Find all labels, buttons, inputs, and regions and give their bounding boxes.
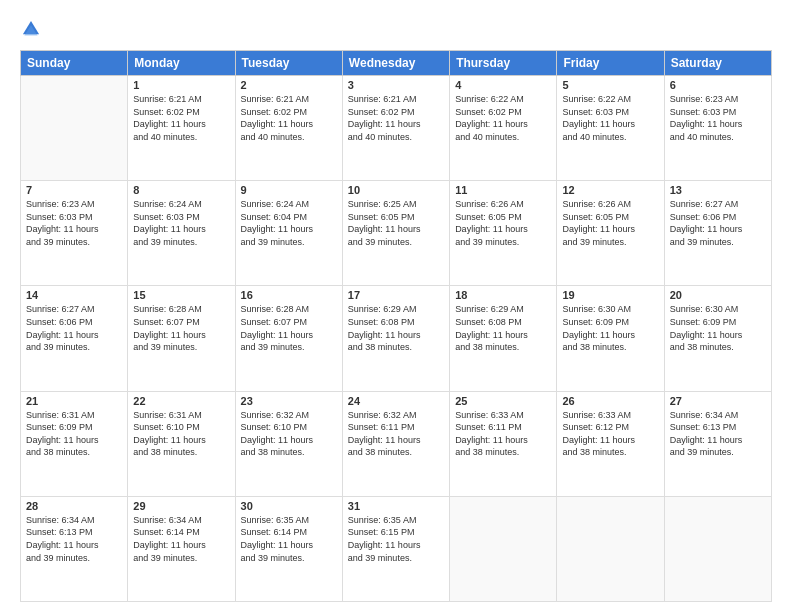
calendar-table: SundayMondayTuesdayWednesdayThursdayFrid… <box>20 50 772 602</box>
day-info: Sunrise: 6:29 AM Sunset: 6:08 PM Dayligh… <box>455 303 551 353</box>
day-info: Sunrise: 6:28 AM Sunset: 6:07 PM Dayligh… <box>133 303 229 353</box>
week-row-4: 21Sunrise: 6:31 AM Sunset: 6:09 PM Dayli… <box>21 391 772 496</box>
calendar-header-row: SundayMondayTuesdayWednesdayThursdayFrid… <box>21 51 772 76</box>
calendar-cell: 5Sunrise: 6:22 AM Sunset: 6:03 PM Daylig… <box>557 76 664 181</box>
calendar-cell: 10Sunrise: 6:25 AM Sunset: 6:05 PM Dayli… <box>342 181 449 286</box>
calendar-cell: 16Sunrise: 6:28 AM Sunset: 6:07 PM Dayli… <box>235 286 342 391</box>
calendar-cell: 14Sunrise: 6:27 AM Sunset: 6:06 PM Dayli… <box>21 286 128 391</box>
day-info: Sunrise: 6:27 AM Sunset: 6:06 PM Dayligh… <box>26 303 122 353</box>
day-info: Sunrise: 6:26 AM Sunset: 6:05 PM Dayligh… <box>562 198 658 248</box>
day-info: Sunrise: 6:34 AM Sunset: 6:13 PM Dayligh… <box>26 514 122 564</box>
day-info: Sunrise: 6:26 AM Sunset: 6:05 PM Dayligh… <box>455 198 551 248</box>
day-info: Sunrise: 6:21 AM Sunset: 6:02 PM Dayligh… <box>133 93 229 143</box>
day-number: 1 <box>133 79 229 91</box>
day-info: Sunrise: 6:22 AM Sunset: 6:03 PM Dayligh… <box>562 93 658 143</box>
day-info: Sunrise: 6:31 AM Sunset: 6:10 PM Dayligh… <box>133 409 229 459</box>
day-number: 19 <box>562 289 658 301</box>
day-info: Sunrise: 6:34 AM Sunset: 6:14 PM Dayligh… <box>133 514 229 564</box>
calendar-cell: 23Sunrise: 6:32 AM Sunset: 6:10 PM Dayli… <box>235 391 342 496</box>
day-info: Sunrise: 6:21 AM Sunset: 6:02 PM Dayligh… <box>241 93 337 143</box>
calendar-cell: 17Sunrise: 6:29 AM Sunset: 6:08 PM Dayli… <box>342 286 449 391</box>
calendar-cell <box>664 496 771 601</box>
calendar-cell: 18Sunrise: 6:29 AM Sunset: 6:08 PM Dayli… <box>450 286 557 391</box>
calendar-cell: 3Sunrise: 6:21 AM Sunset: 6:02 PM Daylig… <box>342 76 449 181</box>
calendar-cell: 15Sunrise: 6:28 AM Sunset: 6:07 PM Dayli… <box>128 286 235 391</box>
calendar-cell: 22Sunrise: 6:31 AM Sunset: 6:10 PM Dayli… <box>128 391 235 496</box>
header-saturday: Saturday <box>664 51 771 76</box>
calendar-cell: 13Sunrise: 6:27 AM Sunset: 6:06 PM Dayli… <box>664 181 771 286</box>
day-number: 6 <box>670 79 766 91</box>
calendar-cell: 6Sunrise: 6:23 AM Sunset: 6:03 PM Daylig… <box>664 76 771 181</box>
calendar-cell: 31Sunrise: 6:35 AM Sunset: 6:15 PM Dayli… <box>342 496 449 601</box>
day-info: Sunrise: 6:30 AM Sunset: 6:09 PM Dayligh… <box>562 303 658 353</box>
day-number: 14 <box>26 289 122 301</box>
calendar-cell: 21Sunrise: 6:31 AM Sunset: 6:09 PM Dayli… <box>21 391 128 496</box>
calendar-cell: 24Sunrise: 6:32 AM Sunset: 6:11 PM Dayli… <box>342 391 449 496</box>
calendar-cell: 26Sunrise: 6:33 AM Sunset: 6:12 PM Dayli… <box>557 391 664 496</box>
day-number: 21 <box>26 395 122 407</box>
day-info: Sunrise: 6:30 AM Sunset: 6:09 PM Dayligh… <box>670 303 766 353</box>
day-info: Sunrise: 6:35 AM Sunset: 6:14 PM Dayligh… <box>241 514 337 564</box>
header <box>20 18 772 40</box>
day-info: Sunrise: 6:29 AM Sunset: 6:08 PM Dayligh… <box>348 303 444 353</box>
day-info: Sunrise: 6:22 AM Sunset: 6:02 PM Dayligh… <box>455 93 551 143</box>
day-info: Sunrise: 6:28 AM Sunset: 6:07 PM Dayligh… <box>241 303 337 353</box>
day-info: Sunrise: 6:21 AM Sunset: 6:02 PM Dayligh… <box>348 93 444 143</box>
day-info: Sunrise: 6:25 AM Sunset: 6:05 PM Dayligh… <box>348 198 444 248</box>
day-number: 26 <box>562 395 658 407</box>
page: SundayMondayTuesdayWednesdayThursdayFrid… <box>0 0 792 612</box>
calendar-cell: 1Sunrise: 6:21 AM Sunset: 6:02 PM Daylig… <box>128 76 235 181</box>
day-number: 9 <box>241 184 337 196</box>
day-number: 30 <box>241 500 337 512</box>
day-info: Sunrise: 6:27 AM Sunset: 6:06 PM Dayligh… <box>670 198 766 248</box>
header-tuesday: Tuesday <box>235 51 342 76</box>
day-number: 31 <box>348 500 444 512</box>
day-info: Sunrise: 6:31 AM Sunset: 6:09 PM Dayligh… <box>26 409 122 459</box>
logo-icon <box>20 18 42 40</box>
calendar-cell: 11Sunrise: 6:26 AM Sunset: 6:05 PM Dayli… <box>450 181 557 286</box>
day-number: 12 <box>562 184 658 196</box>
day-number: 8 <box>133 184 229 196</box>
week-row-1: 1Sunrise: 6:21 AM Sunset: 6:02 PM Daylig… <box>21 76 772 181</box>
calendar-cell: 2Sunrise: 6:21 AM Sunset: 6:02 PM Daylig… <box>235 76 342 181</box>
calendar-cell: 25Sunrise: 6:33 AM Sunset: 6:11 PM Dayli… <box>450 391 557 496</box>
header-friday: Friday <box>557 51 664 76</box>
day-number: 3 <box>348 79 444 91</box>
day-number: 10 <box>348 184 444 196</box>
calendar-cell: 20Sunrise: 6:30 AM Sunset: 6:09 PM Dayli… <box>664 286 771 391</box>
day-info: Sunrise: 6:35 AM Sunset: 6:15 PM Dayligh… <box>348 514 444 564</box>
day-info: Sunrise: 6:32 AM Sunset: 6:11 PM Dayligh… <box>348 409 444 459</box>
day-number: 2 <box>241 79 337 91</box>
day-info: Sunrise: 6:32 AM Sunset: 6:10 PM Dayligh… <box>241 409 337 459</box>
day-info: Sunrise: 6:34 AM Sunset: 6:13 PM Dayligh… <box>670 409 766 459</box>
calendar-cell: 30Sunrise: 6:35 AM Sunset: 6:14 PM Dayli… <box>235 496 342 601</box>
day-number: 29 <box>133 500 229 512</box>
calendar-cell <box>21 76 128 181</box>
calendar-cell: 7Sunrise: 6:23 AM Sunset: 6:03 PM Daylig… <box>21 181 128 286</box>
day-number: 27 <box>670 395 766 407</box>
day-info: Sunrise: 6:23 AM Sunset: 6:03 PM Dayligh… <box>26 198 122 248</box>
calendar-cell: 12Sunrise: 6:26 AM Sunset: 6:05 PM Dayli… <box>557 181 664 286</box>
day-info: Sunrise: 6:24 AM Sunset: 6:03 PM Dayligh… <box>133 198 229 248</box>
day-info: Sunrise: 6:23 AM Sunset: 6:03 PM Dayligh… <box>670 93 766 143</box>
day-info: Sunrise: 6:24 AM Sunset: 6:04 PM Dayligh… <box>241 198 337 248</box>
calendar-cell: 19Sunrise: 6:30 AM Sunset: 6:09 PM Dayli… <box>557 286 664 391</box>
day-number: 5 <box>562 79 658 91</box>
day-number: 4 <box>455 79 551 91</box>
calendar-cell <box>450 496 557 601</box>
logo <box>20 18 46 40</box>
day-number: 20 <box>670 289 766 301</box>
week-row-3: 14Sunrise: 6:27 AM Sunset: 6:06 PM Dayli… <box>21 286 772 391</box>
day-number: 16 <box>241 289 337 301</box>
day-info: Sunrise: 6:33 AM Sunset: 6:11 PM Dayligh… <box>455 409 551 459</box>
header-thursday: Thursday <box>450 51 557 76</box>
day-number: 18 <box>455 289 551 301</box>
day-number: 22 <box>133 395 229 407</box>
day-info: Sunrise: 6:33 AM Sunset: 6:12 PM Dayligh… <box>562 409 658 459</box>
calendar-cell: 28Sunrise: 6:34 AM Sunset: 6:13 PM Dayli… <box>21 496 128 601</box>
week-row-2: 7Sunrise: 6:23 AM Sunset: 6:03 PM Daylig… <box>21 181 772 286</box>
calendar-cell: 27Sunrise: 6:34 AM Sunset: 6:13 PM Dayli… <box>664 391 771 496</box>
week-row-5: 28Sunrise: 6:34 AM Sunset: 6:13 PM Dayli… <box>21 496 772 601</box>
header-wednesday: Wednesday <box>342 51 449 76</box>
calendar-cell: 9Sunrise: 6:24 AM Sunset: 6:04 PM Daylig… <box>235 181 342 286</box>
